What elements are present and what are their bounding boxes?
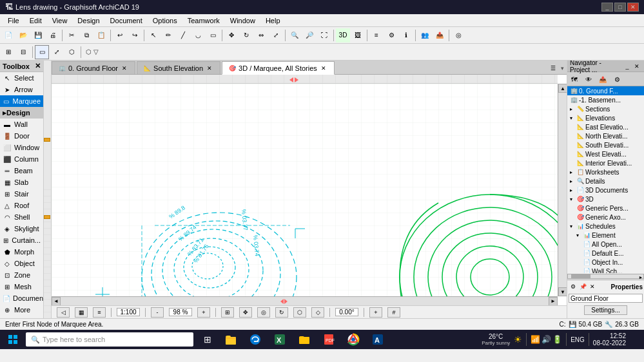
tool-wall[interactable]: ▬ Wall bbox=[0, 119, 43, 130]
tool-mesh[interactable]: ⊞ Mesh bbox=[0, 281, 43, 292]
nav-tab-publisher[interactable]: 📤 bbox=[596, 72, 610, 86]
nav-tab-view[interactable]: 👁 bbox=[581, 72, 596, 86]
navigate-btn[interactable]: ⊞ bbox=[221, 307, 234, 318]
view-options-btn[interactable]: ☰ bbox=[547, 62, 560, 74]
tb-move[interactable]: ✥ bbox=[224, 28, 239, 43]
start-button[interactable] bbox=[0, 330, 26, 349]
scroll-up-btn[interactable]: ▲ bbox=[558, 84, 567, 93]
nav-hscrollbar[interactable]: ► bbox=[567, 273, 644, 280]
tb-teamwork[interactable]: 👥 bbox=[418, 28, 432, 43]
tb-info[interactable]: ℹ bbox=[399, 28, 413, 43]
tool-shell[interactable]: ◠ Shell bbox=[0, 211, 43, 223]
tree-item-element[interactable]: ▾ 📊 Element bbox=[567, 231, 644, 240]
taskbar-edge[interactable] bbox=[244, 330, 267, 349]
scroll-right-btn[interactable]: ► bbox=[549, 297, 558, 306]
tb2-marquee-poly[interactable]: ⬡ bbox=[64, 45, 79, 59]
tb-stretch[interactable]: ⤢ bbox=[269, 28, 283, 43]
tree-item-sections[interactable]: ▸ 📏 Sections bbox=[567, 104, 644, 113]
vscroll-track[interactable] bbox=[558, 93, 567, 287]
taskbar-pdf[interactable]: PDF bbox=[317, 330, 340, 349]
minimize-button[interactable]: _ bbox=[601, 3, 613, 12]
taskbar-folder[interactable] bbox=[293, 330, 316, 349]
settings-btn[interactable]: Settings... bbox=[584, 305, 627, 315]
tab-south-elevation[interactable]: 📐 South Elevation ✕ bbox=[137, 61, 220, 74]
nav-collapse-btn[interactable]: _ bbox=[623, 62, 632, 71]
menu-edit[interactable]: Edit bbox=[24, 15, 47, 26]
tb-rotate[interactable]: ↻ bbox=[239, 28, 253, 43]
nav-scroll-right[interactable]: ► bbox=[638, 274, 643, 280]
tb-undo[interactable]: ↩ bbox=[113, 28, 127, 43]
tb-new[interactable]: 📄 bbox=[1, 28, 15, 43]
tab-close-3d[interactable]: ✕ bbox=[320, 64, 327, 72]
tree-item-elevations[interactable]: ▾ 📐 Elevations bbox=[567, 113, 644, 122]
taskbar-file-explorer[interactable] bbox=[219, 330, 242, 349]
tb-extra1[interactable]: ◎ bbox=[451, 28, 465, 43]
tb2-marquee-rect[interactable]: ▭ bbox=[35, 45, 49, 59]
menu-teamwork[interactable]: Teamwork bbox=[182, 15, 225, 26]
tool-section-design[interactable]: ▸ Design bbox=[0, 107, 43, 119]
rotate-view-btn[interactable]: ↻ bbox=[275, 307, 288, 318]
props-settings-row[interactable]: Settings... bbox=[569, 305, 643, 315]
view-options-btn2[interactable]: ⬡ bbox=[293, 307, 306, 318]
grid-btn[interactable]: # bbox=[387, 307, 400, 318]
tool-column[interactable]: ⬛ Column bbox=[0, 153, 43, 165]
tree-item-generic-persp[interactable]: 🎯 Generic Pers... bbox=[567, 204, 644, 213]
hscrollbar[interactable]: ◄ ► bbox=[52, 296, 558, 305]
tool-zone[interactable]: ⊡ Zone bbox=[0, 269, 43, 281]
task-view-button[interactable]: ⊞ bbox=[196, 330, 219, 349]
tb-settings[interactable]: ⚙ bbox=[384, 28, 398, 43]
resize-handle-top[interactable] bbox=[44, 138, 50, 142]
tool-skylight[interactable]: ◈ Skylight bbox=[0, 223, 43, 234]
maximize-button[interactable]: □ bbox=[614, 3, 626, 12]
tb-arc[interactable]: ◡ bbox=[191, 28, 205, 43]
tb-open[interactable]: 📂 bbox=[16, 28, 30, 43]
menu-file[interactable]: File bbox=[3, 15, 24, 26]
tool-object[interactable]: ◇ Object bbox=[0, 258, 43, 269]
menu-design[interactable]: Design bbox=[72, 15, 104, 26]
tb2-deselect[interactable]: ⊟ bbox=[16, 45, 30, 59]
bottom-btn-layer[interactable]: ≡ bbox=[93, 307, 106, 318]
pan-btn[interactable]: ✥ bbox=[239, 307, 252, 318]
tree-item-basement[interactable]: 🏢 -1. Basemen... bbox=[567, 95, 644, 104]
tree-item-east-elev[interactable]: 📐 East Elevatio... bbox=[567, 122, 644, 131]
nav-tab-settings[interactable]: ⚙ bbox=[610, 72, 624, 86]
taskbar-archicad[interactable]: A bbox=[366, 330, 389, 349]
menu-document[interactable]: Document bbox=[105, 15, 148, 26]
tb-zoom-out[interactable]: 🔎 bbox=[302, 28, 317, 43]
props-close-btn[interactable]: ✕ bbox=[588, 282, 597, 291]
nav-tab-map[interactable]: 🗺 bbox=[567, 72, 581, 86]
tb-zoom-in[interactable]: 🔍 bbox=[288, 28, 302, 43]
nav-close-btn[interactable]: ✕ bbox=[632, 62, 641, 71]
tab-3d-marquee[interactable]: 🎯 3D / Marquee, All Stories ✕ bbox=[222, 61, 335, 75]
tree-item-ground-floor[interactable]: 🏢 0. Ground F... bbox=[567, 86, 644, 95]
tool-document[interactable]: 📄 Document bbox=[0, 292, 43, 304]
tab-close-south[interactable]: ✕ bbox=[206, 64, 213, 72]
guide-btn[interactable]: + bbox=[369, 307, 382, 318]
tree-item-all-open[interactable]: 📄 All Open... bbox=[567, 240, 644, 249]
taskbar-excel[interactable]: X bbox=[268, 330, 291, 349]
menu-options[interactable]: Options bbox=[148, 15, 182, 26]
tb-draw[interactable]: ✏ bbox=[161, 28, 175, 43]
toolbox-close-icon[interactable]: ✕ bbox=[35, 62, 41, 70]
snap-btn[interactable]: ◇ bbox=[311, 307, 324, 318]
tb-cut[interactable]: ✂ bbox=[64, 28, 79, 43]
tb-pointer[interactable]: ↖ bbox=[146, 28, 161, 43]
props-settings-icon[interactable]: ⚙ bbox=[569, 282, 578, 291]
tool-more[interactable]: ⊕ More bbox=[0, 304, 43, 316]
tab-close-ground[interactable]: ✕ bbox=[121, 64, 128, 72]
scroll-left-btn[interactable]: ◄ bbox=[52, 297, 61, 306]
orbit-btn[interactable]: ◎ bbox=[257, 307, 270, 318]
tool-curtain[interactable]: ⊞ Curtain... bbox=[0, 234, 43, 246]
tree-item-interior-elev[interactable]: 📐 Interior Elevati... bbox=[567, 158, 644, 167]
show-desktop-btn[interactable] bbox=[627, 330, 639, 348]
tool-roof[interactable]: △ Roof bbox=[0, 200, 43, 211]
props-pin-btn[interactable]: 📌 bbox=[578, 282, 587, 291]
tool-slab[interactable]: ▦ Slab bbox=[0, 176, 43, 188]
tool-stair[interactable]: ⊞ Stair bbox=[0, 188, 43, 200]
bottom-btn-floor[interactable]: ▦ bbox=[75, 307, 88, 318]
tree-item-south-elev[interactable]: 📐 South Elevati... bbox=[567, 140, 644, 149]
tb-rect[interactable]: ▭ bbox=[206, 28, 220, 43]
close-button[interactable]: ✕ bbox=[627, 3, 639, 12]
zoom-in-btn[interactable]: + bbox=[197, 307, 210, 318]
nav-scroll-thumb[interactable] bbox=[571, 274, 590, 278]
